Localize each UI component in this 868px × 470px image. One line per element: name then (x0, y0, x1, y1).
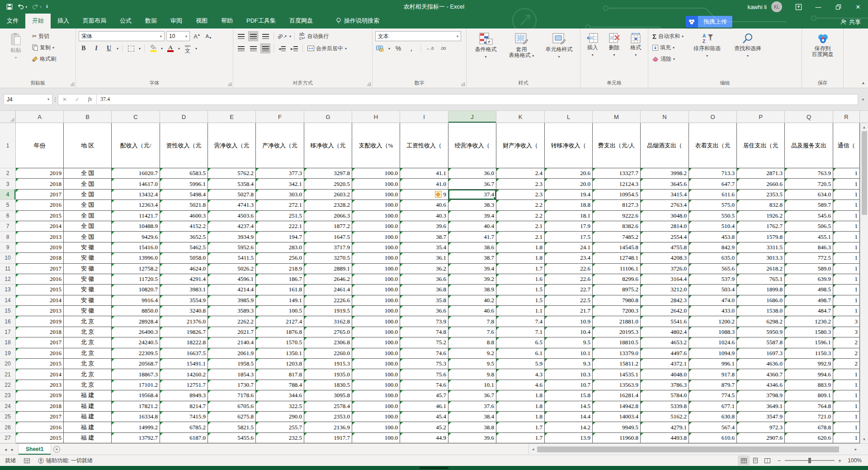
column-header-D[interactable]: D (160, 111, 208, 123)
row-header-26[interactable]: 26 (0, 422, 16, 432)
column-header-E[interactable]: E (208, 111, 256, 123)
customize-qat-button[interactable]: ▾ (46, 5, 48, 9)
cell-G18[interactable]: 2306.8 (304, 337, 352, 348)
cell-F13[interactable]: 161.8 (256, 285, 304, 295)
cell-D26[interactable]: 6785.2 (160, 422, 208, 432)
underline-button[interactable]: U (104, 43, 114, 53)
cell-F7[interactable]: 222.1 (256, 221, 304, 232)
cell-K13[interactable]: 1.5 (496, 285, 545, 295)
cell-L5[interactable]: 18.8 (545, 200, 593, 210)
cell-E4[interactable]: 5027.8 (208, 190, 256, 200)
cell-J7[interactable]: 40.4 (448, 221, 496, 232)
ribbon-tab-公式[interactable]: 公式 (113, 14, 138, 28)
cell-M19[interactable]: 13379.0 (593, 348, 641, 359)
cell-C21[interactable]: 18867.3 (112, 369, 160, 380)
cell-N21[interactable]: 4048.0 (641, 369, 689, 380)
cell-L4[interactable]: 19.4 (545, 190, 593, 200)
row-header-25[interactable]: 25 (0, 412, 16, 422)
cell-H19[interactable]: 100.0 (352, 348, 400, 359)
row-header-27[interactable]: 27 (0, 433, 16, 443)
scroll-up-button[interactable]: ▲ (860, 123, 868, 131)
cell-F15[interactable]: 100.5 (256, 306, 304, 316)
cell-N18[interactable]: 4653.2 (641, 337, 689, 348)
ribbon-tab-视图[interactable]: 视图 (189, 14, 214, 28)
cell-B18[interactable]: 北 京 (64, 337, 112, 348)
cell-P19[interactable]: 1697.3 (737, 348, 785, 359)
cell-R11[interactable]: 1 (833, 264, 860, 274)
cell-D24[interactable]: 8214.7 (160, 401, 208, 412)
cell-C10[interactable]: 13996.0 (112, 253, 160, 263)
cell-Q16[interactable]: 1230.2 (785, 316, 833, 327)
cell-R2[interactable]: 1 (833, 168, 860, 179)
cell-A5[interactable]: 2016 (16, 200, 64, 210)
cell-G4[interactable]: 2603.2 (304, 190, 352, 200)
cell-D14[interactable]: 3554.9 (160, 295, 208, 306)
cell-A27[interactable]: 2015 (16, 433, 64, 443)
cell-G26[interactable]: 2136.9 (304, 422, 352, 432)
cell-F24[interactable]: 322.5 (256, 401, 304, 412)
cell-E21[interactable]: 1854.3 (208, 369, 256, 380)
cell-Q21[interactable]: 994.6 (785, 369, 833, 380)
cell-R22[interactable]: 1 (833, 380, 860, 390)
cell-G27[interactable]: 1917.7 (304, 433, 352, 443)
cell-A11[interactable]: 2017 (16, 264, 64, 274)
cell-P24[interactable]: 3649.1 (737, 401, 785, 412)
cell-R12[interactable]: 1 (833, 274, 860, 285)
row-header-2[interactable]: 2 (0, 168, 16, 179)
cell-N5[interactable]: 2763.4 (641, 200, 689, 210)
cell-H4[interactable]: 100.0 (352, 190, 400, 200)
cell-E5[interactable]: 4741.3 (208, 200, 256, 210)
column-header-I[interactable]: I (400, 111, 448, 123)
page-break-view-button[interactable] (761, 456, 773, 465)
cell-N14[interactable]: 2842.3 (641, 295, 689, 306)
cell-C6[interactable]: 11421.7 (112, 211, 160, 221)
cell-E12[interactable]: 4596.1 (208, 274, 256, 285)
column-header-R[interactable]: R (833, 111, 860, 123)
ribbon-tab-页面布局[interactable]: 页面布局 (76, 14, 113, 28)
cell-H20[interactable]: 100.0 (352, 359, 400, 369)
cell-O8[interactable]: 453.8 (689, 232, 737, 242)
cell-M3[interactable]: 12124.3 (593, 179, 641, 189)
cell-N2[interactable]: 3998.2 (641, 168, 689, 179)
cell-N16[interactable]: 5541.6 (641, 316, 689, 327)
cell-I7[interactable]: 39.6 (400, 221, 448, 232)
cell-N25[interactable]: 5162.2 (641, 412, 689, 422)
cell-O24[interactable]: 677.1 (689, 401, 737, 412)
cell-N10[interactable]: 4208.3 (641, 253, 689, 263)
cell-R26[interactable]: 1 (833, 422, 860, 432)
cell-G14[interactable]: 2226.6 (304, 295, 352, 306)
cell-R16[interactable]: 3 (833, 316, 860, 327)
cell-L22[interactable]: 10.7 (545, 380, 593, 390)
fill-color-dropdown[interactable]: ▾ (161, 47, 163, 51)
cell-L20[interactable]: 9.3 (545, 359, 593, 369)
cell-B14[interactable]: 安 徽 (64, 295, 112, 306)
cell-C11[interactable]: 12758.2 (112, 264, 160, 274)
cell-O10[interactable]: 635.0 (689, 253, 737, 263)
cell-I4[interactable]: 9 (400, 190, 448, 200)
cell-A13[interactable]: 2015 (16, 285, 64, 295)
ribbon-tab-PDF工具集[interactable]: PDF工具集 (240, 14, 283, 28)
cell-B13[interactable]: 安 徽 (64, 285, 112, 295)
cell-H7[interactable]: 100.0 (352, 221, 400, 232)
cell-O4[interactable]: 611.6 (689, 190, 737, 200)
row-header-12[interactable]: 12 (0, 274, 16, 285)
sheet-tab-sheet1[interactable]: Sheet1 (18, 444, 51, 455)
orientation-button[interactable]: ab↗ (277, 31, 287, 41)
font-color-button[interactable]: A (165, 43, 175, 53)
cell-H16[interactable]: 100.0 (352, 316, 400, 327)
redo-dropdown[interactable]: ▾ (40, 5, 42, 9)
row-header-18[interactable]: 18 (0, 337, 16, 348)
cell-O20[interactable]: 996.1 (689, 359, 737, 369)
cell-N12[interactable]: 3164.4 (641, 274, 689, 285)
cell-E6[interactable]: 4503.6 (208, 211, 256, 221)
cell-M14[interactable]: 7980.8 (593, 295, 641, 306)
column-header-K[interactable]: K (496, 111, 545, 123)
cell-P13[interactable]: 1899.8 (737, 285, 785, 295)
cell-D21[interactable]: 14260.2 (160, 369, 208, 380)
column-header-P[interactable]: P (737, 111, 785, 123)
cell-O23[interactable]: 774.5 (689, 390, 737, 401)
cell-F3[interactable]: 342.1 (256, 179, 304, 189)
scroll-right-button[interactable]: ▸ (852, 447, 860, 451)
accessibility-status[interactable]: 辅助功能: 一切就绪 (34, 457, 97, 465)
cell-Q26[interactable]: 678.8 (785, 422, 833, 432)
